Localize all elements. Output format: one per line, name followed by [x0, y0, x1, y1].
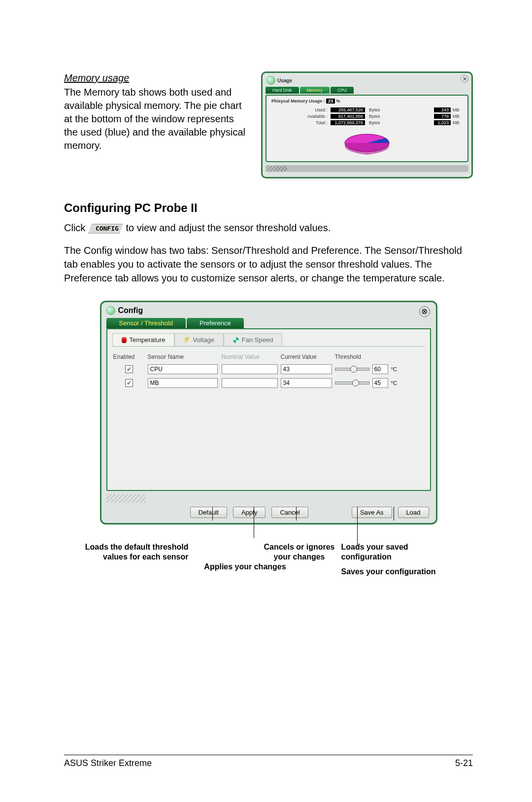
sensor-name-input[interactable]: [148, 364, 218, 374]
nominal-value-input[interactable]: [222, 378, 278, 388]
usage-percent-unit: %: [336, 99, 340, 104]
callout-load: Loads your saved configuration: [341, 542, 440, 562]
memory-usage-heading: Memory usage: [64, 71, 246, 85]
callout-apply: Applies your changes: [203, 562, 287, 572]
mb-unit: MB: [451, 114, 463, 119]
mem-avail-bytes: 817,401,856: [331, 114, 365, 119]
tab-memory[interactable]: Memory: [300, 87, 330, 94]
mem-row-available: Available : 817,401,856 Bytes 779 MB: [271, 114, 463, 119]
default-button[interactable]: Default: [190, 507, 227, 518]
threshold-slider[interactable]: [335, 368, 369, 371]
callout-save-as: Saves your configuration: [341, 567, 440, 577]
threshold-value-input[interactable]: [372, 364, 388, 374]
cancel-button[interactable]: Cancel: [271, 507, 308, 518]
mem-used-bytes: 255,467,520: [331, 107, 365, 112]
mem-avail-label: Available :: [271, 114, 331, 119]
subtab-fan-speed[interactable]: Fan Speed: [224, 333, 283, 346]
col-enabled: Enabled: [113, 353, 148, 360]
tab-cpu[interactable]: CPU: [331, 87, 354, 94]
click-suffix: to view and adjust the sensor threshold …: [126, 222, 331, 233]
apply-button[interactable]: Apply: [233, 507, 266, 518]
close-icon[interactable]: ⊗: [419, 306, 430, 317]
slider-thumb[interactable]: [352, 380, 359, 386]
config-window: Config ⊗ Sensor / Threshold Preference T…: [100, 301, 437, 524]
mem-total-bytes: 1,072,869,376: [331, 120, 365, 125]
nominal-value-input[interactable]: [222, 364, 278, 374]
mem-total-mb: 1,023: [434, 120, 451, 125]
mb-unit: MB: [451, 120, 463, 125]
bolt-icon: [184, 337, 190, 343]
current-value-input: [281, 364, 332, 374]
mem-row-total: Total : 1,072,869,376 Bytes 1,023 MB: [271, 120, 463, 125]
col-current-value: Current Value: [281, 353, 335, 360]
close-icon[interactable]: ✕: [461, 75, 468, 83]
callout-default: Loads the default threshold values for e…: [80, 542, 189, 562]
usage-window-title: Usage: [277, 78, 292, 83]
subtab-voltage[interactable]: Voltage: [174, 333, 223, 346]
current-value-input: [281, 378, 332, 388]
resize-grip[interactable]: [106, 494, 146, 503]
enabled-checkbox[interactable]: ✓: [125, 365, 133, 373]
tab-sensor-threshold[interactable]: Sensor / Threshold: [106, 318, 186, 328]
thermometer-icon: [122, 337, 127, 343]
mem-total-label: Total :: [271, 120, 331, 125]
subtab-voltage-label: Voltage: [193, 336, 214, 344]
threshold-slider[interactable]: [335, 382, 369, 384]
bytes-unit: Bytes: [365, 107, 384, 112]
mem-used-mb: 243: [434, 107, 451, 112]
memory-usage-body: The Memory tab shows both used and avail…: [64, 86, 246, 152]
bytes-unit: Bytes: [365, 114, 384, 119]
slider-thumb[interactable]: [350, 366, 357, 373]
sensor-row-cpu: ✓ °C: [112, 362, 425, 376]
config-button-badge[interactable]: CONFIG: [88, 224, 123, 234]
usage-icon: [266, 76, 275, 85]
config-icon: [106, 306, 115, 315]
sensor-row-mb: ✓ °C: [112, 376, 425, 390]
subtab-temperature-label: Temperature: [130, 336, 166, 344]
click-prefix: Click: [64, 222, 88, 233]
subtab-fan-label: Fan Speed: [242, 336, 273, 344]
threshold-value-input[interactable]: [372, 378, 388, 388]
col-nominal-value: Nominal Value: [222, 353, 281, 360]
mem-used-label: Used :: [271, 107, 331, 112]
mem-row-used: Used : 255,467,520 Bytes 243 MB: [271, 107, 463, 112]
footer-left: ASUS Striker Extreme: [64, 758, 152, 768]
resize-grip[interactable]: [266, 165, 468, 172]
col-sensor-name: Sensor Name: [148, 353, 222, 360]
mb-unit: MB: [451, 107, 463, 112]
tab-preference[interactable]: Preference: [187, 318, 244, 328]
config-window-title: Config: [118, 306, 143, 315]
col-threshold: Threshold: [335, 353, 419, 360]
subtab-temperature[interactable]: Temperature: [112, 333, 175, 346]
unit-label: °C: [391, 380, 397, 386]
load-button[interactable]: Load: [398, 507, 429, 518]
save-as-button[interactable]: Save As: [352, 507, 392, 518]
sensor-name-input[interactable]: [148, 378, 218, 388]
mem-avail-mb: 779: [434, 114, 451, 119]
enabled-checkbox[interactable]: ✓: [125, 379, 133, 387]
config-paragraph: The Config window has two tabs: Sensor/T…: [64, 244, 473, 285]
usage-percent: 23: [326, 99, 335, 104]
fan-icon: [233, 337, 239, 343]
usage-window: Usage ✕ Hard Disk Memory CPU Phisycal Me…: [261, 71, 473, 178]
configuring-heading: Configuring PC Probe II: [64, 201, 473, 215]
usage-label: Phisycal Memory Usage :: [271, 99, 325, 104]
tab-hard-disk[interactable]: Hard Disk: [266, 87, 299, 94]
callout-cancel: Cancels or ignores your changes: [263, 542, 336, 562]
unit-label: °C: [391, 366, 397, 372]
footer-right: 5-21: [455, 758, 473, 768]
bytes-unit: Bytes: [365, 120, 384, 125]
memory-pie-chart: [271, 128, 463, 156]
